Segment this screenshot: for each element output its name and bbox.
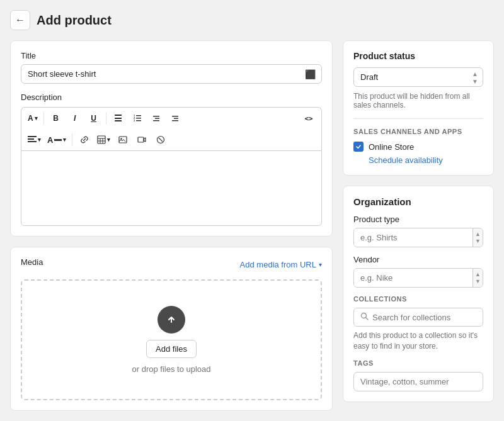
product-status-title: Product status xyxy=(353,51,483,61)
collections-title: COLLECTIONS xyxy=(353,295,483,303)
svg-rect-2 xyxy=(136,120,141,121)
organization-card: Organization Product type ▲ ▼ Vendor xyxy=(343,186,494,402)
ai-icon: ⬛ xyxy=(305,69,316,79)
collections-search-input[interactable] xyxy=(372,313,476,322)
svg-rect-12 xyxy=(28,136,37,137)
online-store-checkbox[interactable] xyxy=(353,142,364,152)
video-button[interactable] xyxy=(133,132,151,148)
online-store-row: Online Store xyxy=(353,142,483,152)
link-button[interactable] xyxy=(76,132,93,148)
vendor-label: Vendor xyxy=(353,255,483,264)
table-button[interactable]: ▾ xyxy=(94,134,113,145)
schedule-availability-link[interactable]: Schedule availability xyxy=(369,155,483,165)
underline-button[interactable]: U xyxy=(85,110,103,126)
description-label: Description xyxy=(21,93,322,102)
list-ul-button[interactable]: ☰ xyxy=(110,110,127,126)
description-editor[interactable] xyxy=(21,150,322,226)
svg-rect-13 xyxy=(28,138,34,140)
title-label: Title xyxy=(21,51,322,60)
editor-toolbar-row2: ▾ A ▾ ▾ xyxy=(21,129,322,150)
vendor-field: Vendor ▲ ▼ xyxy=(353,255,483,288)
collections-hint: Add this product to a collection so it's… xyxy=(353,330,483,352)
svg-rect-8 xyxy=(153,120,159,121)
sales-channels-title: SALES CHANNELS AND APPS xyxy=(353,128,483,135)
media-card: Media Add media from URL ▾ Add files or … xyxy=(10,247,333,411)
toolbar-divider3 xyxy=(72,133,72,146)
back-button[interactable]: ← xyxy=(10,10,30,30)
indent-button[interactable] xyxy=(166,110,184,126)
text-color-button[interactable]: A ▾ xyxy=(45,134,69,146)
organization-title: Organization xyxy=(353,196,483,207)
vendor-input[interactable] xyxy=(354,269,472,287)
collections-search-wrap xyxy=(353,308,483,327)
svg-rect-15 xyxy=(98,136,105,143)
product-type-input[interactable] xyxy=(354,228,472,247)
svg-rect-0 xyxy=(136,115,141,116)
page-title: Add product xyxy=(37,13,112,28)
font-button[interactable]: A ▾ xyxy=(25,113,40,124)
collections-section: COLLECTIONS Add this product to a collec… xyxy=(353,295,483,352)
align-button[interactable]: ▾ xyxy=(25,135,43,145)
svg-rect-9 xyxy=(172,116,178,117)
add-files-button[interactable]: Add files xyxy=(146,340,197,358)
toolbar-divider xyxy=(43,112,44,125)
html-button[interactable]: <> xyxy=(300,110,318,126)
status-select[interactable]: Draft Active xyxy=(353,67,483,87)
bold-button[interactable]: B xyxy=(47,110,65,126)
product-type-field: Product type ▲ ▼ xyxy=(353,215,483,247)
status-hint: This product will be hidden from all sal… xyxy=(353,92,483,109)
image-button[interactable] xyxy=(114,132,132,148)
media-title: Media xyxy=(21,257,43,267)
tags-input[interactable] xyxy=(353,372,483,391)
svg-point-21 xyxy=(121,138,122,139)
svg-rect-1 xyxy=(136,118,141,119)
outdent-button[interactable] xyxy=(147,110,165,126)
svg-rect-10 xyxy=(174,118,178,120)
product-type-label: Product type xyxy=(353,215,483,224)
product-type-stepper[interactable]: ▲ ▼ xyxy=(472,228,483,247)
search-icon xyxy=(360,312,369,322)
svg-text:3: 3 xyxy=(134,119,135,122)
svg-rect-6 xyxy=(153,116,159,117)
upload-hint: or drop files to upload xyxy=(132,364,210,374)
title-input[interactable] xyxy=(21,64,322,84)
svg-rect-11 xyxy=(172,120,178,121)
section-divider xyxy=(353,118,483,119)
tags-section: TAGS xyxy=(353,359,483,391)
editor-toolbar-row1: A ▾ B I U ☰ 123 xyxy=(21,107,322,129)
svg-rect-14 xyxy=(28,141,37,142)
add-media-url-button[interactable]: Add media from URL ▾ xyxy=(240,260,322,269)
product-status-card: Product status Draft Active ▲ ▼ This pro… xyxy=(343,40,494,176)
list-ol-button[interactable]: 123 xyxy=(129,110,146,126)
italic-button[interactable]: I xyxy=(66,110,84,126)
clear-button[interactable] xyxy=(152,132,169,148)
svg-line-24 xyxy=(159,138,163,142)
vendor-stepper[interactable]: ▲ ▼ xyxy=(472,269,483,287)
title-description-card: Title ⬛ Description A ▾ B I U xyxy=(10,40,333,237)
upload-dropzone[interactable]: Add files or drop files to upload xyxy=(21,279,322,400)
svg-rect-7 xyxy=(155,118,159,120)
online-store-label: Online Store xyxy=(369,142,414,152)
svg-rect-22 xyxy=(138,137,144,142)
upload-icon xyxy=(158,306,185,334)
toolbar-divider2 xyxy=(106,112,106,125)
back-arrow-icon: ← xyxy=(15,14,25,26)
svg-line-26 xyxy=(366,318,369,320)
tags-title: TAGS xyxy=(353,359,483,367)
